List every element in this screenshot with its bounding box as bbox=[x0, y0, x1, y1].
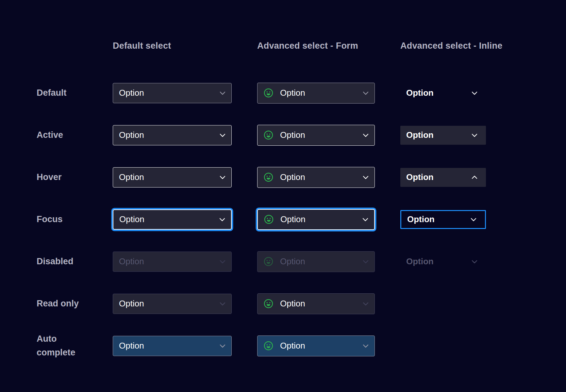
row-label-read-only: Read only bbox=[37, 297, 87, 311]
header-spacer bbox=[37, 20, 87, 72]
chevron-down-icon bbox=[361, 215, 370, 224]
selected-option-label: Option bbox=[119, 256, 218, 267]
selected-option-label: Option bbox=[280, 130, 361, 140]
default-select-active-state[interactable]: Option bbox=[113, 125, 232, 145]
chevron-down-icon bbox=[361, 173, 370, 182]
chevron-down-icon bbox=[361, 89, 370, 97]
smiley-face-icon bbox=[263, 88, 274, 98]
chevron-down-icon bbox=[218, 300, 227, 308]
chevron-down-icon bbox=[470, 89, 479, 97]
advanced-form-select-active-state[interactable]: Option bbox=[257, 125, 375, 146]
selected-option-label: Option bbox=[406, 172, 470, 182]
smiley-face-icon bbox=[264, 214, 274, 224]
default-select-read-only-state[interactable]: Option bbox=[113, 294, 232, 314]
advanced-form-select-auto-complete-state[interactable]: Option bbox=[257, 335, 375, 356]
row-label-auto-complete: Auto complete bbox=[37, 332, 87, 360]
selected-option-label: Option bbox=[119, 214, 218, 224]
chevron-down-icon bbox=[218, 215, 226, 224]
column-header-advanced-select-inline: Advanced select - Inline bbox=[400, 41, 486, 51]
chevron-up-icon bbox=[470, 173, 479, 182]
chevron-down-icon bbox=[470, 131, 479, 139]
chevron-down-icon bbox=[218, 131, 227, 139]
selected-option-label: Option bbox=[119, 299, 218, 309]
selected-option-label: Option bbox=[280, 88, 361, 98]
column-header-default-select: Default select bbox=[113, 41, 232, 51]
row-label-active: Active bbox=[37, 128, 87, 142]
smiley-face-icon bbox=[263, 341, 274, 351]
selected-option-label: Option bbox=[280, 256, 361, 267]
default-select-disabled-state: Option bbox=[113, 252, 232, 272]
selected-option-label: Option bbox=[119, 88, 218, 98]
smiley-face-icon bbox=[263, 130, 274, 140]
advanced-form-select-focus-state[interactable]: Option bbox=[257, 209, 375, 230]
smiley-face-icon bbox=[263, 256, 274, 267]
smiley-face-icon bbox=[263, 299, 274, 309]
select-states-matrix: Default select Advanced select - Form Ad… bbox=[0, 0, 566, 367]
chevron-down-icon bbox=[469, 215, 478, 224]
row-label-focus: Focus bbox=[37, 213, 87, 226]
advanced-form-select-hover-state[interactable]: Option bbox=[257, 167, 375, 188]
empty-cell bbox=[400, 325, 486, 367]
advanced-form-select-disabled-state: Option bbox=[257, 251, 375, 272]
chevron-down-icon bbox=[361, 300, 370, 308]
row-label-default: Default bbox=[37, 86, 87, 100]
chevron-down-icon bbox=[218, 173, 227, 182]
column-header-advanced-select-form: Advanced select - Form bbox=[257, 41, 375, 51]
advanced-form-select-default-state[interactable]: Option bbox=[257, 83, 375, 104]
default-select-focus-state[interactable]: Option bbox=[113, 209, 232, 230]
default-select-auto-complete-state[interactable]: Option bbox=[113, 336, 232, 356]
default-select-default-state[interactable]: Option bbox=[113, 83, 232, 103]
selected-option-label: Option bbox=[280, 299, 361, 309]
smiley-face-icon bbox=[263, 172, 274, 182]
default-select-hover-state[interactable]: Option bbox=[113, 167, 232, 188]
selected-option-label: Option bbox=[280, 172, 361, 182]
selected-option-label: Option bbox=[119, 172, 218, 182]
selected-option-label: Option bbox=[406, 256, 470, 267]
selected-option-label: Option bbox=[406, 88, 470, 98]
row-label-hover: Hover bbox=[37, 171, 87, 184]
selected-option-label: Option bbox=[280, 341, 361, 351]
chevron-down-icon bbox=[361, 342, 370, 350]
advanced-inline-select-active-state[interactable]: Option bbox=[400, 126, 486, 145]
chevron-down-icon bbox=[470, 257, 479, 266]
advanced-inline-select-hover-state[interactable]: Option bbox=[400, 168, 486, 187]
selected-option-label: Option bbox=[406, 130, 470, 140]
empty-cell bbox=[400, 283, 486, 325]
advanced-inline-select-default-state[interactable]: Option bbox=[400, 84, 486, 103]
advanced-inline-select-disabled-state: Option bbox=[400, 252, 486, 271]
chevron-down-icon bbox=[361, 257, 370, 266]
selected-option-label: Option bbox=[407, 214, 469, 224]
advanced-inline-select-focus-state[interactable]: Option bbox=[400, 210, 486, 229]
chevron-down-icon bbox=[218, 342, 227, 350]
selected-option-label: Option bbox=[119, 341, 218, 351]
advanced-form-select-read-only-state[interactable]: Option bbox=[257, 293, 375, 314]
row-label-disabled: Disabled bbox=[37, 255, 87, 269]
selected-option-label: Option bbox=[280, 214, 361, 224]
selected-option-label: Option bbox=[119, 130, 218, 140]
chevron-down-icon bbox=[361, 131, 370, 139]
chevron-down-icon bbox=[218, 89, 227, 97]
chevron-down-icon bbox=[218, 257, 227, 266]
